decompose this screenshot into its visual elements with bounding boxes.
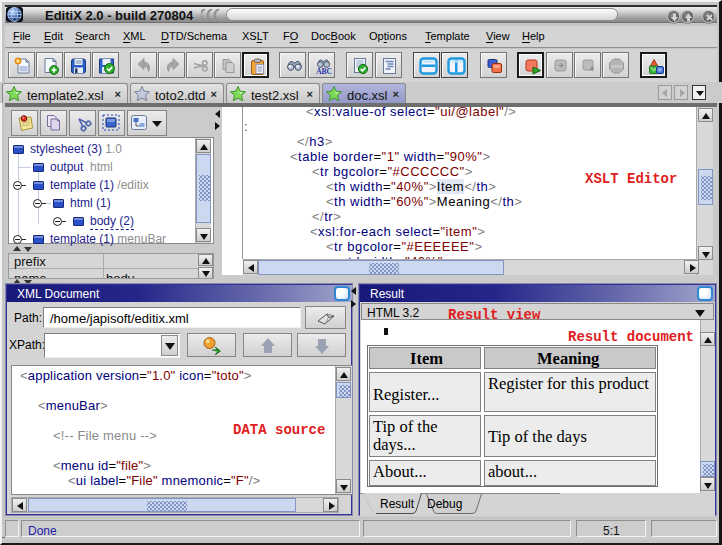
svg-text:ABC: ABC <box>316 67 332 76</box>
svg-text:STOP: STOP <box>611 64 623 69</box>
